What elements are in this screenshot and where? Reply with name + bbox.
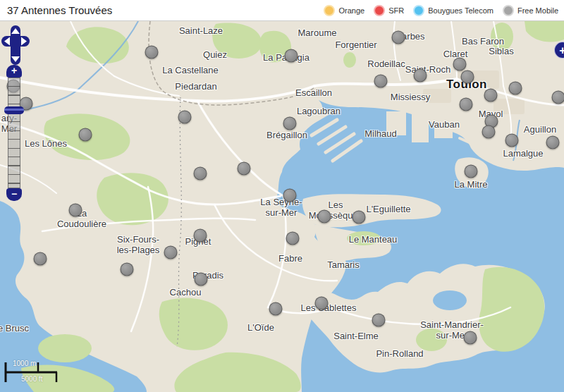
antenna-marker[interactable]: [374, 75, 388, 88]
operator-legend: Orange SFR Bouygues Telecom Free Mobile: [324, 5, 558, 16]
map-canvas[interactable]: [0, 21, 564, 392]
saint-mandrier-port: [433, 290, 467, 310]
antenna-map-app: 37 Antennes Trouvées Orange SFR Bouygues…: [0, 0, 564, 392]
antenna-marker[interactable]: [352, 211, 366, 224]
antenna-marker[interactable]: [164, 246, 178, 259]
antenna-marker[interactable]: [145, 46, 159, 59]
antenna-marker[interactable]: [283, 189, 297, 202]
antenna-marker[interactable]: [34, 252, 47, 266]
antenna-marker[interactable]: [269, 302, 283, 316]
forest: [347, 231, 381, 245]
zoom-out-button[interactable]: −: [6, 188, 22, 201]
antenna-marker[interactable]: [195, 273, 208, 286]
antenna-marker[interactable]: [318, 210, 331, 223]
antenna-marker[interactable]: [461, 71, 474, 84]
results-count-title: 37 Antennes Trouvées: [7, 4, 112, 16]
forest: [416, 329, 447, 351]
antenna-marker[interactable]: [505, 134, 519, 147]
operator-color-dot: [413, 5, 424, 16]
zoom-slider-track[interactable]: [8, 78, 20, 188]
legend-item: Orange: [324, 5, 364, 16]
antenna-marker[interactable]: [484, 89, 498, 102]
legend-item: SFR: [374, 5, 404, 16]
operator-color-dot: [324, 5, 335, 16]
operator-name: SFR: [388, 6, 404, 15]
forest: [343, 52, 356, 68]
antenna-marker[interactable]: [315, 297, 329, 310]
antenna-marker[interactable]: [453, 58, 467, 71]
antenna-marker[interactable]: [392, 31, 405, 44]
antenna-marker[interactable]: [194, 229, 207, 243]
antenna-marker[interactable]: [194, 167, 207, 180]
antenna-marker[interactable]: [178, 111, 192, 124]
quay: [386, 111, 406, 135]
antenna-marker[interactable]: [238, 162, 251, 176]
city-blocks: [423, 89, 451, 103]
operator-color-dot: [503, 5, 514, 16]
antenna-marker[interactable]: [283, 117, 297, 130]
zoom-in-button[interactable]: +: [6, 65, 22, 78]
zoom-slider-handle[interactable]: [4, 106, 24, 114]
antenna-marker[interactable]: [509, 82, 522, 95]
operator-name: Free Mobile: [517, 6, 558, 15]
quay: [434, 117, 453, 138]
pan-compass: [1, 25, 30, 65]
antenna-marker[interactable]: [372, 314, 386, 327]
forest: [38, 334, 92, 362]
antenna-marker[interactable]: [69, 204, 82, 217]
antenna-marker[interactable]: [79, 128, 92, 142]
antenna-marker[interactable]: [546, 136, 560, 149]
operator-name: Bouygues Telecom: [428, 6, 494, 15]
antenna-marker[interactable]: [464, 331, 477, 345]
antenna-marker[interactable]: [414, 69, 427, 82]
map-viewport[interactable]: Saint-LazeMaroumeForgentierBarbesBas Far…: [0, 21, 564, 392]
antenna-marker[interactable]: [460, 98, 473, 111]
operator-color-dot: [374, 5, 385, 16]
legend-item: Bouygues Telecom: [413, 5, 494, 16]
antenna-marker[interactable]: [482, 125, 496, 139]
legend-item: Free Mobile: [503, 5, 558, 16]
operator-name: Orange: [338, 6, 364, 15]
antenna-marker[interactable]: [285, 49, 298, 63]
antenna-marker[interactable]: [552, 91, 564, 104]
antenna-marker[interactable]: [121, 263, 134, 276]
antenna-marker[interactable]: [286, 232, 300, 245]
header: 37 Antennes Trouvées Orange SFR Bouygues…: [0, 0, 564, 21]
antenna-marker[interactable]: [465, 165, 478, 178]
quay: [412, 114, 429, 142]
